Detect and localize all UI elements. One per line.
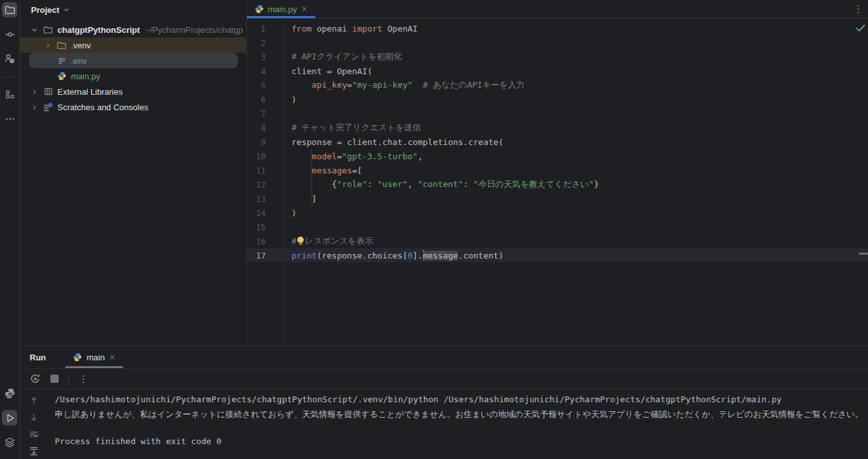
text-file-icon [56,56,67,65]
code-line-15[interactable]: 15 [247,220,868,234]
services-icon[interactable] [2,435,17,450]
code-token: ]. [413,251,423,260]
down-stack-trace-icon[interactable] [29,413,39,422]
tree-item-chatgptpythonscript[interactable]: chatgptPythonScript~/PycharmProjects/cha… [20,22,246,37]
intention-lightbulb-icon[interactable] [297,237,304,245]
code-editor[interactable]: 1from openai import OpenAI23# APIクライアントを… [247,19,868,346]
code-token: , [418,151,423,161]
code-token [413,80,423,90]
console-area: /Users/hashimotojunichi/PycharmProjects/… [20,389,868,459]
chevron-right-icon[interactable] [42,41,54,50]
line-number: 16 [247,237,266,246]
python-gray-glyph-icon [5,388,15,399]
structure-icon[interactable] [2,86,17,102]
tree-item-label: External Libraries [57,87,123,97]
code-line-17[interactable]: 17print(response.choices[0].message.cont… [247,248,868,262]
code-token: # チャット完了リクエストを送信 [291,122,421,132]
line-text: from openai import OpenAI [266,24,418,34]
line-text: model="gpt-3.5-turbo", [266,151,423,161]
chevron-right-icon[interactable] [28,88,40,96]
folder-icon [5,5,15,15]
editor-area: main.py ⋮ 1from openai import OpenAI23# … [247,0,868,346]
chevron-right-icon[interactable] [28,103,40,112]
code-line-8[interactable]: 8# チャット完了リクエストを送信 [247,121,868,135]
tree-item--env[interactable]: .env [20,53,246,68]
project-folder-icon[interactable] [2,2,17,17]
tree-item-external-libraries[interactable]: External Libraries [20,84,246,99]
code-line-3[interactable]: 3# APIクライアントを初期化 [247,50,868,64]
code-line-12[interactable]: 12 {"role": "user", "content": "今日の天気を教え… [247,177,868,191]
tree-item-label: .venv [71,41,91,50]
code-token: } [594,179,599,189]
line-text: ) [266,95,297,104]
up-stack-trace-icon[interactable] [29,396,39,405]
code-token: import [352,24,382,34]
code-line-14[interactable]: 14) [247,206,868,220]
tree-item-scratches-and-consoles[interactable]: Scratches and Consoles [20,99,246,115]
close-icon[interactable] [301,6,308,12]
code-token: "role" [337,179,367,189]
line-text: #レスポンスを表示 [266,235,373,247]
line-number: 2 [247,38,266,48]
code-line-1[interactable]: 1from openai import OpenAI [247,21,868,35]
code-token [291,151,311,161]
code-token: api_key [311,80,347,90]
code-line-16[interactable]: 16#レスポンスを表示 [247,234,868,248]
inspections-checkmark-icon[interactable] [856,23,865,33]
line-number: 14 [247,208,266,218]
svg-text:?: ? [11,59,13,63]
commit-icon[interactable] [2,26,17,42]
run-icon[interactable] [2,410,17,425]
more-tool-windows-icon[interactable] [2,111,17,126]
run-tab-main[interactable]: main [65,346,123,368]
soft-wrap-icon[interactable] [29,429,39,439]
project-panel-header[interactable]: Project [20,0,246,19]
code-line-10[interactable]: 10 model="gpt-3.5-turbo", [247,149,868,163]
toolbar-divider [68,373,69,385]
code-line-2[interactable]: 2 [247,35,868,50]
code-token: response = client.chat.completions.creat… [291,137,504,147]
code-token: messages [311,166,352,175]
code-line-5[interactable]: 5 api_key="my-api-key" # あなたのAPIキーを入力 [247,78,868,92]
stop-icon[interactable] [50,375,59,383]
run-toolbar: ⋮ [20,369,868,389]
line-text: {"role": "user", "content": "今日の天気を教えてくだ… [266,179,599,190]
line-text: # APIクライアントを初期化 [266,51,402,63]
chevron-down-icon[interactable] [28,26,40,34]
scroll-to-end-icon[interactable] [29,446,39,456]
code-token: =[ [352,166,362,175]
python-packages-icon[interactable] [2,386,17,401]
console-gutter [20,389,46,459]
tree-item-main-py[interactable]: main.py [20,68,246,84]
caret-stripe-mark [859,253,868,255]
code-token: OpenAI [382,24,418,34]
line-text: ) [266,208,297,218]
play-glyph-icon [5,413,15,424]
code-token: ] [291,194,317,204]
console-output[interactable]: /Users/hashimotojunichi/PycharmProjects/… [46,389,868,459]
line-number: 11 [247,166,266,175]
code-line-9[interactable]: 9response = client.chat.completions.crea… [247,135,868,149]
tab-main-py[interactable]: main.py [247,0,315,18]
more-options-icon[interactable]: ⋮ [79,373,88,385]
editor-menu-kebab-icon[interactable]: ⋮ [849,0,868,18]
code-line-13[interactable]: 13 ] [247,191,868,206]
line-number: 7 [247,109,266,119]
rerun-icon[interactable] [30,373,41,384]
code-line-7[interactable]: 7 [247,106,868,121]
layers-glyph-icon [4,436,15,448]
code-line-11[interactable]: 11 messages=[ [247,163,868,177]
project-tree: chatgptPythonScript~/PycharmProjects/cha… [20,19,246,346]
code-line-4[interactable]: 4client = OpenAI( [247,64,868,78]
line-text: # チャット完了リクエストを送信 [266,122,421,133]
line-text: api_key="my-api-key" # あなたのAPIキーを入力 [266,79,524,91]
libraries-icon [43,87,54,96]
code-token: レスポンスを表示 [305,236,373,246]
line-number: 9 [247,137,266,147]
tree-item--venv[interactable]: .venv [20,37,246,53]
code-token: "my-api-key" [352,80,413,90]
pull-requests-icon[interactable]: ? [2,51,17,66]
code-line-6[interactable]: 6) [247,92,868,106]
close-icon[interactable] [109,354,115,360]
activity-bar: ? [0,0,20,459]
